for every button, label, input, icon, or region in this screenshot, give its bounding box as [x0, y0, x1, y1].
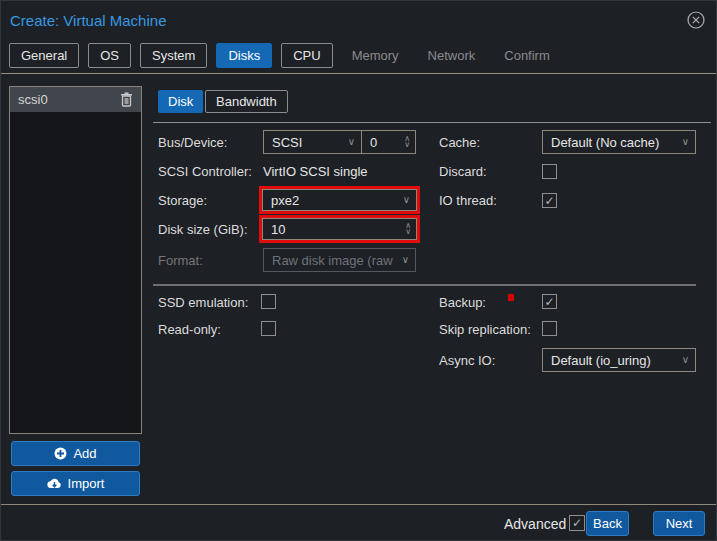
device-number-stepper[interactable]: 0 ∧∨ [361, 130, 416, 154]
storage-select[interactable]: pxe2 ∨ [262, 189, 417, 211]
trash-icon[interactable] [120, 92, 133, 107]
subtab-disk[interactable]: Disk [158, 90, 203, 113]
storage-highlight-box: pxe2 ∨ [259, 186, 420, 214]
dialog-title: Create: Virtual Machine [10, 12, 166, 29]
tab-cpu[interactable]: CPU [281, 43, 332, 68]
disk-item-label: scsi0 [18, 92, 120, 107]
create-vm-dialog: Create: Virtual Machine General OS Syste… [0, 0, 717, 541]
chevron-down-icon: ∨ [682, 355, 695, 365]
section-divider [153, 284, 696, 286]
skip-replication-checkbox[interactable] [542, 321, 557, 336]
backup-label: Backup: [439, 295, 486, 310]
chevron-down-icon: ∨ [348, 137, 361, 147]
subtab-divider [153, 122, 711, 123]
tab-confirm: Confirm [494, 43, 560, 68]
chevron-down-icon: ∨ [402, 255, 415, 265]
async-io-select[interactable]: Default (io_uring) ∨ [542, 348, 696, 372]
spinner-arrows-icon[interactable]: ∧∨ [404, 136, 415, 148]
import-button-label: Import [68, 476, 105, 491]
wizard-tabbar: General OS System Disks CPU Memory Netwo… [9, 43, 560, 68]
add-button-label: Add [73, 446, 96, 461]
bus-select[interactable]: SCSI ∨ [263, 130, 362, 154]
chevron-down-icon: ∨ [403, 195, 416, 205]
format-select-disabled: Raw disk image (raw ∨ [263, 248, 416, 272]
cache-select[interactable]: Default (No cache) ∨ [542, 130, 696, 154]
disk-size-highlight-box: 10 ∧∨ [259, 215, 420, 243]
add-disk-button[interactable]: Add [11, 441, 140, 466]
cache-label: Cache: [439, 135, 480, 150]
close-button[interactable] [686, 10, 706, 30]
read-only-label: Read-only: [158, 322, 221, 337]
discard-checkbox[interactable] [542, 164, 557, 179]
spinner-arrows-icon[interactable]: ∧∨ [405, 223, 416, 235]
scsi-controller-label: SCSI Controller: [158, 164, 252, 179]
disk-size-label: Disk size (GiB): [158, 222, 248, 237]
header-divider [1, 73, 717, 74]
tab-general[interactable]: General [9, 43, 79, 68]
discard-label: Discard: [439, 164, 487, 179]
disk-list-item-scsi0[interactable]: scsi0 [10, 87, 141, 112]
advanced-label: Advanced [504, 516, 566, 532]
import-disk-button[interactable]: Import [11, 471, 140, 496]
next-button[interactable]: Next [653, 511, 705, 536]
subtab-bandwidth[interactable]: Bandwidth [205, 90, 288, 113]
io-thread-label: IO thread: [439, 193, 497, 208]
tab-network: Network [418, 43, 486, 68]
async-io-label: Async IO: [439, 353, 495, 368]
ssd-emulation-checkbox[interactable] [261, 294, 276, 309]
disk-list-panel: scsi0 [9, 86, 142, 434]
io-thread-checkbox[interactable] [542, 193, 557, 208]
storage-label: Storage: [158, 193, 207, 208]
plus-circle-icon [54, 447, 67, 460]
tab-system[interactable]: System [140, 43, 207, 68]
tab-os[interactable]: OS [88, 43, 131, 68]
advanced-checkbox[interactable] [569, 515, 585, 531]
close-icon [686, 18, 706, 33]
disk-size-stepper[interactable]: 10 ∧∨ [262, 218, 417, 240]
cloud-download-icon [47, 478, 62, 490]
read-only-checkbox[interactable] [261, 321, 276, 336]
scsi-controller-value: VirtIO SCSI single [263, 164, 368, 179]
chevron-down-icon: ∨ [682, 137, 695, 147]
skip-replication-label: Skip replication: [439, 322, 531, 337]
back-button[interactable]: Back [586, 511, 629, 536]
modified-field-marker [508, 294, 514, 301]
tab-memory: Memory [342, 43, 409, 68]
backup-checkbox[interactable] [542, 294, 557, 309]
format-label: Format: [158, 253, 203, 268]
bus-device-label: Bus/Device: [158, 135, 227, 150]
tab-disks[interactable]: Disks [216, 43, 272, 68]
footer-divider [1, 504, 717, 505]
ssd-emulation-label: SSD emulation: [158, 295, 248, 310]
